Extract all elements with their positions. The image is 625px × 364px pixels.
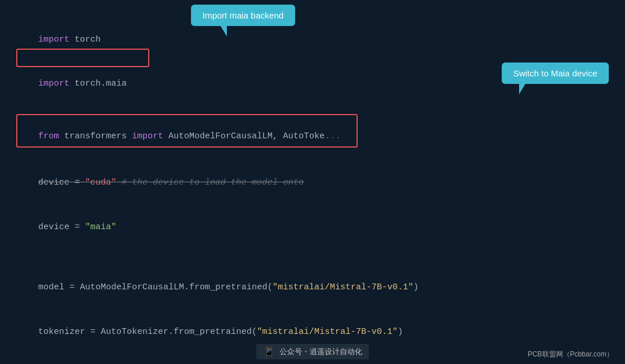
code-block: import torch import torch.maia from tran… [0,0,625,364]
spacer-2 [17,249,608,258]
kw-import: import [38,35,69,45]
watermark-center: 📱 公众号・逍遥设计自动化 [256,344,369,359]
code-line-5: device = "maia" [17,205,608,249]
code-line-model: model = AutoModelForCausalLM.from_pretra… [17,266,608,310]
spacer-1 [17,106,608,114]
spacer-3 [17,258,608,266]
code-line-2: import torch.maia [17,62,608,106]
watermark-pcb: PCB联盟网（Pcbbar.com） [528,350,613,359]
watermark-icon: 📱 [263,346,275,357]
kw-import3: import [132,131,163,141]
watermark-text: 公众号・逍遥设计自动化 [280,347,362,357]
code-line-prompt: prompt = "My favorite condiment is" [17,362,608,365]
kw-from: from [38,131,59,141]
code-line-3: from transformers import AutoModelForCau… [17,114,608,159]
kw-import2: import [38,79,69,89]
device-cuda-line: device = "cuda" # the device to load the… [38,178,304,187]
code-line-4: device = "cuda" # the device to load the… [17,161,608,205]
code-line-1: import torch [17,17,608,62]
